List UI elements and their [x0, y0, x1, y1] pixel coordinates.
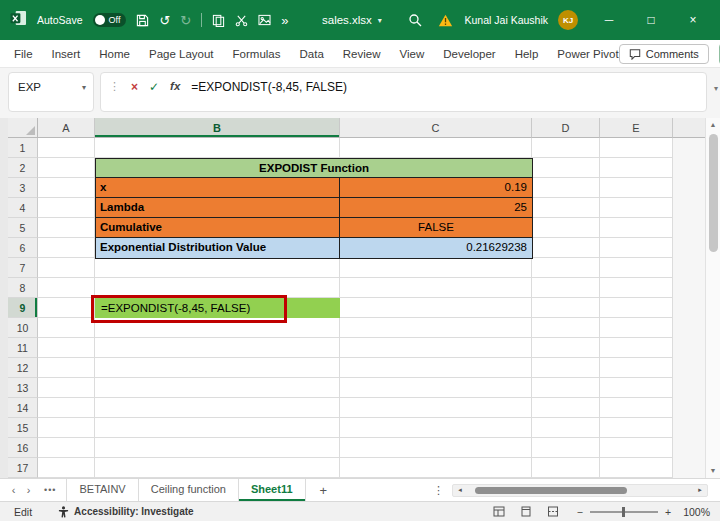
clipboard-icon[interactable]	[212, 14, 225, 27]
row-header-3[interactable]: 3	[8, 178, 38, 198]
sheet-more-icon[interactable]: •••	[44, 485, 56, 495]
save-icon[interactable]	[136, 14, 149, 27]
table-row-label[interactable]: Exponential Distribution Value	[96, 238, 340, 258]
row-header-14[interactable]: 14	[8, 398, 38, 418]
row-header-9[interactable]: 9	[8, 298, 38, 318]
horizontal-scrollbar[interactable]: ◂ ▸	[452, 484, 708, 497]
cancel-icon[interactable]: ×	[131, 80, 138, 94]
cells-area[interactable]: EXPODIST Function x0.19Lambda25Cumulativ…	[38, 138, 673, 478]
document-title[interactable]: sales.xlsx ▾	[322, 0, 382, 40]
row-header-10[interactable]: 10	[8, 318, 38, 338]
table-row-value[interactable]: 0.21629238	[340, 238, 532, 258]
quick-access-overflow-icon[interactable]: »	[281, 14, 288, 27]
normal-view-icon[interactable]	[493, 506, 505, 517]
sheet-nav-right-icon[interactable]: ›	[21, 484, 36, 496]
row-header-7[interactable]: 7	[8, 258, 38, 278]
table-row-label[interactable]: x	[96, 178, 340, 197]
picture-icon[interactable]	[258, 14, 271, 26]
row-header-15[interactable]: 15	[8, 418, 38, 438]
status-bar: Edit Accessibility: Investigate − +	[0, 501, 720, 521]
row-header-12[interactable]: 12	[8, 358, 38, 378]
zoom-in-icon[interactable]: +	[665, 506, 671, 518]
column-header-d[interactable]: D	[532, 118, 600, 138]
menu-tab-insert[interactable]: Insert	[52, 48, 81, 60]
table-row-label[interactable]: Lambda	[96, 198, 340, 217]
avatar[interactable]: KJ	[558, 10, 578, 30]
row-header-2[interactable]: 2	[8, 158, 38, 178]
search-icon[interactable]	[408, 13, 422, 27]
formula-bar-expand-icon[interactable]: ▾	[714, 84, 718, 93]
undo-icon[interactable]: ↺	[159, 14, 170, 27]
row-header-11[interactable]: 11	[8, 338, 38, 358]
zoom-slider[interactable]	[590, 511, 658, 513]
table-row-value[interactable]: FALSE	[340, 218, 532, 237]
menu-tab-review[interactable]: Review	[343, 48, 381, 60]
sheet-nav-left-icon[interactable]: ‹	[6, 484, 21, 496]
horizontal-scroll-thumb[interactable]	[475, 487, 627, 494]
row-header-6[interactable]: 6	[8, 238, 38, 258]
table-title[interactable]: EXPODIST Function	[96, 159, 532, 178]
row-header-17[interactable]: 17	[8, 458, 38, 478]
scroll-down-icon[interactable]: ▼	[710, 464, 717, 478]
row-header-16[interactable]: 16	[8, 438, 38, 458]
sheetbar-overflow-icon[interactable]: ⋮	[433, 484, 444, 497]
expodist-table: EXPODIST Function x0.19Lambda25Cumulativ…	[95, 158, 533, 259]
menu-tab-view[interactable]: View	[400, 48, 425, 60]
add-sheet-button[interactable]: +	[320, 483, 328, 498]
row-header-4[interactable]: 4	[8, 198, 38, 218]
table-row-value[interactable]: 0.19	[340, 178, 532, 197]
zoom-percentage[interactable]: 100%	[683, 506, 710, 518]
close-button[interactable]: ×	[682, 13, 704, 27]
zoom-out-icon[interactable]: −	[577, 506, 583, 518]
select-all-corner[interactable]	[8, 118, 38, 138]
row-header-1[interactable]: 1	[8, 138, 38, 158]
menu-tab-file[interactable]: File	[14, 48, 33, 60]
autosave-toggle[interactable]: Off	[93, 13, 127, 27]
formula-text: =EXPONDIST(-8,45, FALSE)	[191, 80, 347, 94]
vertical-scrollbar[interactable]: ▲ ▼	[705, 118, 720, 478]
accessibility-status[interactable]: Accessibility: Investigate	[58, 506, 194, 518]
menu-tab-data[interactable]: Data	[300, 48, 324, 60]
table-row: CumulativeFALSE	[96, 218, 532, 238]
scroll-right-icon[interactable]: ▸	[693, 486, 707, 494]
sheet-tab-sheet11[interactable]: Sheet11	[239, 479, 306, 501]
menu-tab-developer[interactable]: Developer	[443, 48, 495, 60]
table-rows: x0.19Lambda25CumulativeFALSEExponential …	[96, 178, 532, 258]
name-box[interactable]: EXP ▾	[8, 72, 94, 112]
minimize-button[interactable]: ─	[598, 13, 620, 27]
page-break-view-icon[interactable]	[547, 506, 559, 517]
row-header-13[interactable]: 13	[8, 378, 38, 398]
drag-handle-icon: ⋮	[109, 80, 120, 93]
cell-mode-indicator: Edit	[14, 506, 32, 518]
column-header-b[interactable]: B	[95, 118, 340, 138]
formula-input[interactable]: ⋮ × ✓ fx =EXPONDIST(-8,45, FALSE)	[100, 72, 707, 112]
zoom-slider-thumb[interactable]	[622, 507, 625, 517]
menu-tab-formulas[interactable]: Formulas	[233, 48, 281, 60]
menu-tab-help[interactable]: Help	[515, 48, 539, 60]
maximize-button[interactable]: □	[640, 13, 662, 27]
warning-icon[interactable]	[438, 14, 453, 27]
table-row-value[interactable]: 25	[340, 198, 532, 217]
sheet-tab-betainv[interactable]: BETAINV	[66, 479, 138, 501]
vertical-scroll-thumb[interactable]	[709, 134, 718, 252]
scroll-up-icon[interactable]: ▲	[710, 118, 717, 132]
enter-icon[interactable]: ✓	[149, 80, 159, 94]
row-header-5[interactable]: 5	[8, 218, 38, 238]
scroll-left-icon[interactable]: ◂	[453, 486, 467, 494]
sheet-tabs: BETAINVCeiling functionSheet11	[66, 479, 305, 501]
page-layout-view-icon[interactable]	[520, 506, 532, 517]
menu-tab-power-pivot[interactable]: Power Pivot	[557, 48, 618, 60]
menu-tab-page-layout[interactable]: Page Layout	[149, 48, 214, 60]
menu-tab-home[interactable]: Home	[99, 48, 130, 60]
user-name[interactable]: Kunal Jai Kaushik	[465, 14, 548, 26]
table-row-label[interactable]: Cumulative	[96, 218, 340, 237]
column-header-a[interactable]: A	[38, 118, 95, 138]
comments-button[interactable]: Comments	[619, 44, 709, 64]
redo-icon[interactable]: ↻	[180, 14, 191, 27]
row-header-8[interactable]: 8	[8, 278, 38, 298]
sheet-tab-ceiling-function[interactable]: Ceiling function	[139, 479, 239, 501]
column-header-c[interactable]: C	[340, 118, 532, 138]
cut-icon[interactable]	[235, 14, 248, 27]
column-header-e[interactable]: E	[600, 118, 673, 138]
insert-function-icon[interactable]: fx	[170, 80, 180, 92]
